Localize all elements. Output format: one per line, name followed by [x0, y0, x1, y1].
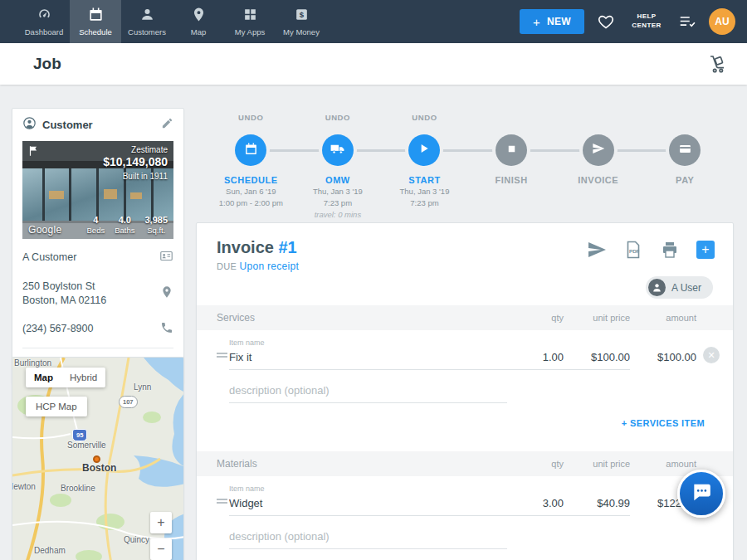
customer-address-row[interactable]: 250 Boylston StBoston, MA 02116	[22, 273, 173, 314]
undo-omw-button[interactable]: UNDO	[325, 113, 350, 124]
truck-icon	[330, 141, 345, 160]
edit-pencil-icon[interactable]	[161, 117, 173, 133]
contact-card-icon	[159, 249, 173, 266]
drag-handle-icon[interactable]	[217, 497, 229, 505]
timeline-step-invoice: INVOICE	[554, 113, 642, 220]
customer-circle-icon	[22, 116, 37, 134]
pdf-icon[interactable]: PDF	[623, 240, 643, 260]
qty-input[interactable]	[505, 347, 564, 370]
nav-label: My Apps	[235, 27, 265, 37]
flag-icon	[27, 145, 39, 160]
apps-grid-icon	[242, 7, 258, 26]
item-name-input[interactable]	[229, 493, 505, 516]
schedule-step-button[interactable]	[235, 134, 266, 166]
mini-map[interactable]: Burlington Lynn Somerville Boston Newton…	[12, 357, 184, 560]
nav-label: Schedule	[79, 27, 112, 37]
add-button[interactable]: +	[696, 241, 715, 259]
schedule-icon	[88, 7, 104, 26]
zoom-out-button[interactable]: −	[150, 538, 172, 560]
nav-item-schedule[interactable]: Schedule	[70, 0, 121, 43]
nav-item-map[interactable]: Map	[173, 0, 224, 43]
nav-label: Customers	[128, 27, 166, 37]
google-watermark: Google	[28, 224, 62, 236]
customer-card: Customer Zestimate $10,149,080 Built in …	[12, 108, 184, 384]
page-title: Job	[33, 55, 61, 73]
invoice-step-button[interactable]	[583, 134, 614, 166]
invoice-number: #1	[278, 238, 296, 256]
item-name-label: Item name	[229, 338, 505, 347]
customer-card-title: Customer	[42, 119, 155, 131]
new-button[interactable]: + NEW	[520, 9, 584, 34]
svg-text:PDF: PDF	[629, 248, 640, 254]
customer-card-header: Customer	[12, 109, 183, 141]
zoom-in-button[interactable]: +	[150, 512, 172, 533]
unit-price-column-header: unit price	[564, 459, 630, 469]
undo-schedule-button[interactable]: UNDO	[238, 113, 263, 124]
send-icon	[592, 142, 605, 158]
undo-start-button[interactable]: UNDO	[412, 113, 437, 124]
stat-sqft: 3,985Sq.ft.	[144, 215, 168, 235]
customer-phone-row[interactable]: (234) 567-8900	[22, 314, 173, 344]
chat-bubble-button[interactable]	[677, 470, 725, 518]
map-type-hybrid-button[interactable]: Hybrid	[61, 368, 105, 387]
material-item-row: Item name $122.97 ✕	[197, 476, 733, 516]
nav-item-my-money[interactable]: $ My Money	[276, 0, 327, 43]
line-amount: $100.00	[630, 351, 696, 370]
nav-label: My Money	[283, 27, 320, 37]
main-nav: Dashboard Schedule Customers Map My Apps…	[18, 0, 327, 43]
item-name-field: Item name	[229, 485, 505, 516]
amount-column-header: amount	[630, 459, 696, 469]
nav-item-customers[interactable]: Customers	[121, 0, 173, 43]
referrals-heart-icon[interactable]	[597, 12, 615, 31]
job-location-marker	[93, 455, 100, 463]
hcp-map-button[interactable]: HCP Map	[26, 397, 87, 416]
chat-icon	[691, 481, 712, 506]
invoice-due: DUE Upon receipt	[217, 261, 713, 272]
timeline-step-finish: FINISH	[468, 113, 555, 220]
send-invoice-icon[interactable]	[587, 240, 607, 260]
map-label: Somerville	[67, 441, 106, 450]
finish-step-button[interactable]	[496, 134, 527, 166]
material-description-row	[197, 516, 733, 549]
nav-item-dashboard[interactable]: Dashboard	[18, 0, 70, 43]
unit-price-input[interactable]	[564, 493, 630, 516]
task-list-icon[interactable]	[678, 12, 696, 31]
help-center-link[interactable]: HELP CENTER	[627, 12, 666, 31]
assigned-user-pill[interactable]: A User	[646, 276, 713, 299]
property-photo: Zestimate $10,149,080 Built in 1911 4Bed…	[22, 141, 173, 239]
item-name-input[interactable]	[229, 347, 505, 370]
omw-step-button[interactable]	[322, 134, 354, 166]
play-icon	[417, 142, 431, 158]
assignee-name: A User	[671, 282, 701, 294]
item-name-label: Item name	[229, 485, 505, 493]
customer-name-row[interactable]: A Customer	[22, 242, 173, 273]
customer-address: 250 Boylston StBoston, MA 02116	[22, 280, 160, 308]
print-icon[interactable]	[660, 240, 680, 260]
item-name-field: Item name	[229, 338, 505, 370]
page-header: Job	[0, 43, 747, 85]
description-input[interactable]	[229, 526, 507, 549]
map-label: Quincy	[124, 535, 149, 544]
unit-price-input[interactable]	[564, 347, 630, 370]
built-year: Built in 1911	[103, 172, 168, 181]
due-terms-link[interactable]: Upon receipt	[239, 261, 299, 272]
start-step-button[interactable]	[408, 134, 440, 166]
qty-input[interactable]	[505, 493, 564, 516]
timeline-step-pay: PAY	[642, 113, 729, 220]
timeline-step-omw: UNDO OMW Thu, Jan 3 '19 7:23 pm travel: …	[295, 113, 382, 220]
remove-item-button[interactable]: ✕	[703, 347, 720, 363]
nav-item-my-apps[interactable]: My Apps	[224, 0, 276, 43]
map-type-map-button[interactable]: Map	[26, 368, 61, 387]
stop-icon	[505, 143, 518, 158]
unit-price-column-header: unit price	[564, 313, 630, 323]
hand-truck-icon[interactable]	[707, 54, 727, 74]
timeline-step-schedule: UNDO SCHEDULE Sun, Jan 6 '19 1:00 pm - 2…	[208, 113, 295, 220]
description-input[interactable]	[229, 380, 507, 403]
drag-handle-icon[interactable]	[217, 351, 229, 359]
map-label-boston: Boston	[82, 462, 116, 474]
top-nav: Dashboard Schedule Customers Map My Apps…	[0, 0, 747, 43]
user-avatar[interactable]: AU	[709, 8, 735, 35]
add-services-item-link[interactable]: + SERVICES ITEM	[622, 418, 705, 428]
pay-step-button[interactable]	[669, 134, 701, 166]
calendar-icon	[244, 142, 258, 159]
